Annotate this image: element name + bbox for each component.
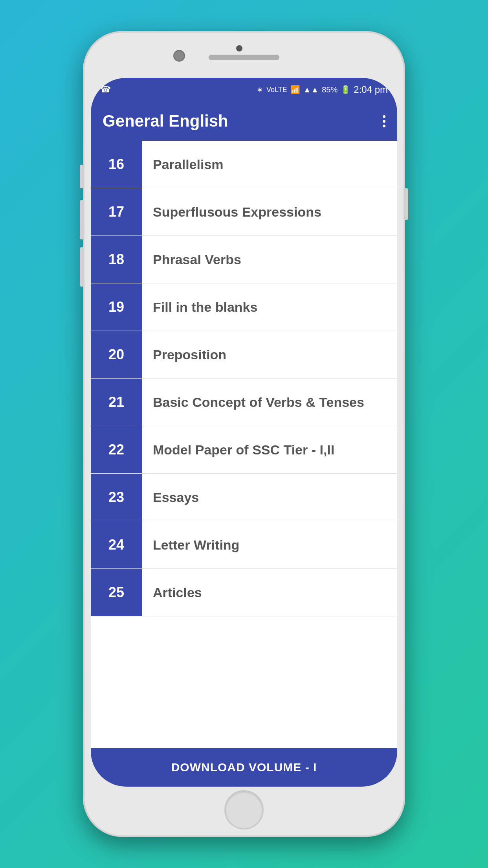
item-number: 21 <box>91 379 142 426</box>
item-label: Basic Concept of Verbs & Tenses <box>142 395 397 410</box>
item-label: Superflusous Expressions <box>142 204 397 220</box>
list-item[interactable]: 24Letter Writing <box>91 521 397 569</box>
item-number: 24 <box>91 521 142 568</box>
status-bar: ☎ ∗ VoLTE 📶 ▲▲ 85% 🔋 2:04 pm <box>91 78 397 101</box>
item-number: 25 <box>91 569 142 616</box>
list-item[interactable]: 23Essays <box>91 474 397 521</box>
list-item[interactable]: 17Superflusous Expressions <box>91 188 397 236</box>
list-item[interactable]: 21Basic Concept of Verbs & Tenses <box>91 379 397 426</box>
phone-screen: ☎ ∗ VoLTE 📶 ▲▲ 85% 🔋 2:04 pm General Eng… <box>91 78 397 786</box>
volume-down-button <box>80 247 84 287</box>
signal-icon: ▲▲ <box>303 85 319 94</box>
phone-device: ☎ ∗ VoLTE 📶 ▲▲ 85% 🔋 2:04 pm General Eng… <box>83 31 405 837</box>
item-number: 18 <box>91 236 142 283</box>
battery-percentage: 85% <box>322 85 338 94</box>
phone-icon: ☎ <box>100 85 111 95</box>
item-label: Essays <box>142 490 397 505</box>
status-time: 2:04 pm <box>354 84 388 95</box>
volume-up-button <box>80 200 84 239</box>
phone-top <box>87 35 401 78</box>
item-label: Parallelism <box>142 157 397 172</box>
list-item[interactable]: 18Phrasal Verbs <box>91 236 397 283</box>
item-number: 20 <box>91 331 142 378</box>
item-label: Fill in the blanks <box>142 300 397 315</box>
dot1 <box>383 115 385 118</box>
mute-button <box>80 165 84 188</box>
list-item[interactable]: 19Fill in the blanks <box>91 283 397 331</box>
chapter-list: 16Parallelism17Superflusous Expressions1… <box>91 141 397 748</box>
list-item[interactable]: 22Model Paper of SSC Tier - I,II <box>91 426 397 474</box>
wifi-icon: 📶 <box>290 85 300 94</box>
list-item[interactable]: 20Preposition <box>91 331 397 379</box>
bluetooth-icon: ∗ <box>257 85 263 94</box>
item-label: Model Paper of SSC Tier - I,II <box>142 442 397 458</box>
item-number: 19 <box>91 283 142 331</box>
dot3 <box>383 125 385 127</box>
more-options-button[interactable] <box>383 115 385 127</box>
phone-bottom <box>87 787 401 833</box>
item-number: 22 <box>91 426 142 473</box>
item-number: 16 <box>91 141 142 188</box>
front-sensor <box>236 45 242 51</box>
volte-indicator: VoLTE <box>266 86 287 94</box>
app-bar: General English <box>91 101 397 141</box>
item-label: Letter Writing <box>142 537 397 553</box>
home-button[interactable] <box>224 790 264 829</box>
status-right: ∗ VoLTE 📶 ▲▲ 85% 🔋 2:04 pm <box>257 84 388 95</box>
item-number: 23 <box>91 474 142 521</box>
front-camera <box>173 50 185 62</box>
dot2 <box>383 120 385 123</box>
list-item[interactable]: 16Parallelism <box>91 141 397 188</box>
app-title: General English <box>103 112 228 131</box>
power-button <box>404 188 408 220</box>
download-button[interactable]: DOWNLOAD VOLUME - I <box>91 748 397 787</box>
status-left: ☎ <box>100 85 111 95</box>
item-label: Phrasal Verbs <box>142 252 397 267</box>
item-label: Articles <box>142 585 397 600</box>
item-label: Preposition <box>142 347 397 362</box>
earpiece <box>209 55 279 60</box>
item-number: 17 <box>91 188 142 235</box>
battery-icon: 🔋 <box>341 85 350 94</box>
list-item[interactable]: 25Articles <box>91 569 397 616</box>
app-screen: ☎ ∗ VoLTE 📶 ▲▲ 85% 🔋 2:04 pm General Eng… <box>91 78 397 786</box>
